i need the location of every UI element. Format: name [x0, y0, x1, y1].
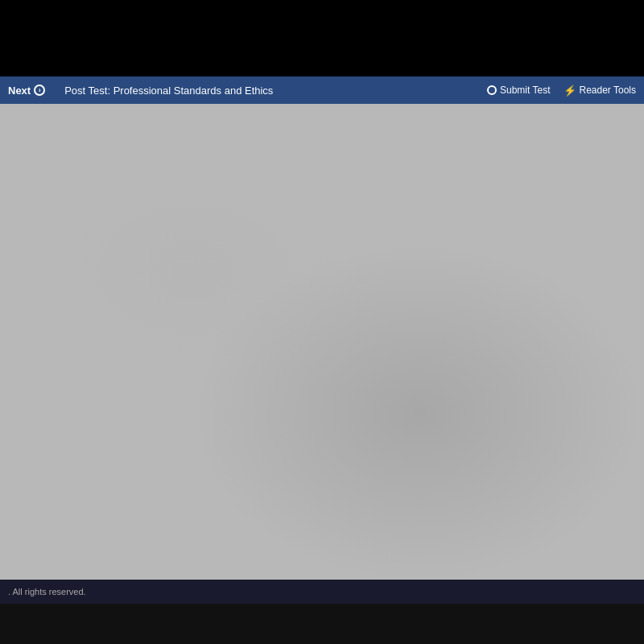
copyright-text: . All rights reserved.: [8, 587, 86, 597]
nav-left-section: Next › Post Test: Professional Standards…: [8, 85, 273, 97]
nav-right-section: Submit Test ⚡ Reader Tools: [487, 85, 636, 97]
submit-label: Submit Test: [500, 85, 550, 96]
submit-icon: [487, 85, 497, 95]
background-texture: [0, 104, 644, 580]
page-title: Post Test: Professional Standards and Et…: [64, 85, 273, 97]
footer-bar: . All rights reserved.: [0, 580, 644, 604]
black-top-bar: [0, 0, 644, 76]
nav-next-icon: ›: [34, 85, 45, 96]
reader-tools-button[interactable]: ⚡ Reader Tools: [564, 85, 637, 97]
nav-next-label: Next: [8, 85, 31, 97]
nav-next-button[interactable]: Next ›: [8, 85, 45, 97]
black-bottom-bar: [0, 604, 644, 644]
reader-tools-icon: ⚡: [564, 85, 576, 97]
reader-tools-label: Reader Tools: [580, 85, 637, 96]
navigation-bar: Next › Post Test: Professional Standards…: [0, 76, 644, 104]
submit-test-button[interactable]: Submit Test: [487, 85, 550, 96]
